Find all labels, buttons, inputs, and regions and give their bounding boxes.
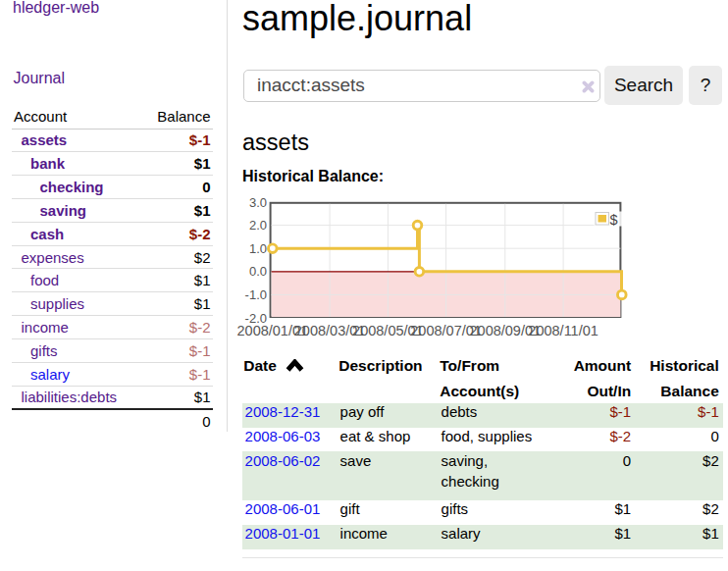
svg-text:2.0: 2.0 — [249, 218, 267, 233]
svg-text:-1.0: -1.0 — [245, 287, 267, 302]
svg-text:3.0: 3.0 — [249, 195, 267, 210]
svg-text:2008/11/01: 2008/11/01 — [528, 323, 598, 338]
svg-text:0.0: 0.0 — [249, 264, 267, 279]
svg-text:1.0: 1.0 — [249, 241, 267, 256]
svg-text:$: $ — [610, 212, 618, 228]
